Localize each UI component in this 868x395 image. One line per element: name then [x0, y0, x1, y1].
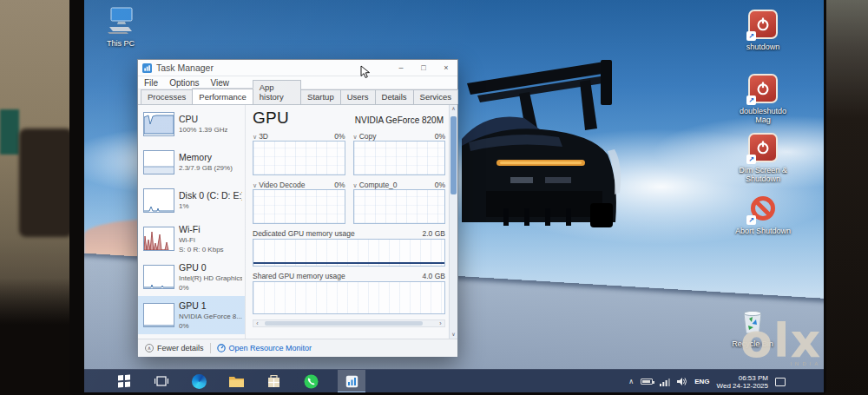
sidebar-item-title: GPU 0	[179, 262, 207, 273]
clock-time: 06:53 PM	[739, 374, 768, 382]
wallpaper-sports-car	[462, 49, 653, 229]
tab-details[interactable]: Details	[375, 89, 414, 104]
title-bar[interactable]: Task Manager – □ ×	[138, 60, 457, 76]
scroll-down-arrow[interactable]: ∨	[451, 331, 455, 339]
sidebar-item-sub: NVIDIA GeForce 8...	[179, 313, 242, 320]
tab-users[interactable]: Users	[340, 89, 376, 104]
sidebar-item-gpu0[interactable]: GPU 0 Intel(R) HD Graphics 0%	[138, 258, 245, 296]
sidebar-item-cpu[interactable]: CPU 100% 1.39 GHz	[138, 105, 245, 143]
desktop-icon-dim-screen-shutdown[interactable]: ↗ Dim Screen & Shutdown	[733, 132, 792, 183]
close-button[interactable]: ×	[435, 60, 457, 76]
expander-icon[interactable]: ∨	[353, 182, 358, 188]
scrollbar-thumb[interactable]	[265, 321, 423, 326]
store-button[interactable]	[263, 370, 284, 393]
menu-options[interactable]: Options	[169, 78, 199, 88]
chart-area-video-decode	[253, 189, 345, 224]
task-manager-window: Task Manager – □ × File Options View Pro…	[137, 59, 458, 356]
battery-icon[interactable]	[641, 379, 653, 385]
sidebar-item-memory[interactable]: Memory 2.3/7.9 GB (29%)	[138, 143, 245, 181]
sidebar-item-title: Wi-Fi	[179, 224, 201, 234]
scroll-up-arrow[interactable]: ∧	[451, 105, 455, 113]
tab-services[interactable]: Services	[413, 89, 458, 104]
sidebar-item-wifi[interactable]: Wi-Fi Wi-Fi S: 0 R: 0 Kbps	[138, 220, 245, 258]
chart-label: Video Decode	[259, 181, 305, 189]
sidebar-item-title: Disk 0 (C: D: E:)	[179, 190, 242, 201]
horizontal-scrollbar[interactable]: ‹ ›	[253, 319, 445, 327]
tab-processes[interactable]: Processes	[141, 89, 193, 104]
chart-label: 3D	[259, 132, 268, 141]
fewer-details-button[interactable]: ∧ Fewer details	[145, 344, 204, 352]
desktop-icon-abort-shutdown[interactable]: ↗ Abort Shutdown	[733, 193, 792, 235]
expander-icon[interactable]: ∨	[253, 134, 257, 140]
taskbar-clock[interactable]: 06:53 PM Wed 24-12-2025	[717, 374, 768, 390]
scroll-right-arrow[interactable]: ›	[437, 320, 444, 326]
icon-label: Recycle Bin	[732, 339, 773, 348]
file-explorer-button[interactable]	[226, 370, 247, 393]
disk-sparkline	[143, 188, 174, 213]
desktop-icon-shutdown[interactable]: ↗ shutdown	[733, 9, 792, 51]
shared-memory-chart	[253, 281, 445, 314]
memory-label: Dedicated GPU memory usage	[253, 229, 355, 239]
desktop-icon-recycle-bin[interactable]: Recycle Bin	[723, 306, 782, 348]
whatsapp-button[interactable]	[300, 370, 321, 393]
menu-file[interactable]: File	[144, 78, 158, 88]
volume-icon[interactable]	[677, 377, 687, 386]
chart-area-compute0	[353, 189, 446, 224]
menu-view[interactable]: View	[211, 78, 230, 88]
photo-of-laptop: This PC ↗ shutdown ↗ doubleshutdo Mag	[0, 0, 868, 395]
system-tray: ∧ ENG 06:53 PM Wed 24-12-2025	[628, 370, 786, 392]
tab-app-history[interactable]: App history	[253, 80, 301, 104]
minimize-button[interactable]: –	[390, 60, 412, 76]
network-icon[interactable]	[660, 378, 670, 386]
start-button[interactable]	[114, 370, 135, 393]
gpu0-sparkline	[143, 265, 174, 289]
shared-memory-section: Shared GPU memory usage 4.0 GB	[253, 272, 445, 314]
power-icon: ↗	[747, 73, 779, 104]
icon-label: shutdown	[746, 43, 780, 51]
task-view-icon	[155, 375, 168, 387]
desktop-icon-double-shutdown[interactable]: ↗ doubleshutdo Mag	[733, 73, 792, 124]
shortcut-arrow-icon: ↗	[746, 215, 756, 225]
scrollbar-thumb[interactable]	[450, 116, 457, 194]
tab-performance[interactable]: Performance	[192, 89, 253, 104]
expander-icon[interactable]: ∨	[253, 182, 257, 188]
edge-browser-button[interactable]	[188, 370, 209, 393]
tray-chevron-icon[interactable]: ∧	[628, 378, 634, 385]
gpu1-sparkline	[143, 303, 174, 327]
action-center-icon[interactable]	[775, 378, 786, 386]
icon-label: Abort Shutdown	[735, 227, 791, 235]
mouse-cursor	[360, 65, 371, 79]
vertical-scrollbar[interactable]: ∧ ∨	[449, 105, 457, 339]
tab-startup[interactable]: Startup	[300, 89, 341, 104]
sidebar-item-sub: 2.3/7.9 GB (29%)	[179, 164, 233, 172]
open-resource-monitor-link[interactable]: Open Resource Monitor	[217, 344, 312, 352]
task-view-button[interactable]	[151, 370, 172, 393]
dedicated-memory-chart	[253, 239, 445, 267]
sidebar-item-disk0[interactable]: Disk 0 (C: D: E:) 1%	[138, 181, 245, 220]
gpu-device-name: NVIDIA GeForce 820M	[355, 115, 444, 125]
background-object-dark	[19, 128, 73, 237]
chart-area-3d	[253, 141, 345, 175]
edge-icon	[192, 374, 207, 389]
icon-label: doubleshutdo Mag	[733, 107, 792, 124]
power-icon: ↗	[747, 9, 779, 40]
task-manager-app-icon	[142, 63, 152, 73]
sidebar-item-sub2: 0%	[179, 284, 189, 292]
memory-label: Shared GPU memory usage	[253, 272, 345, 281]
chart-label: Compute_0	[359, 181, 398, 189]
chart-label: Copy	[359, 132, 377, 141]
sidebar-item-sub2: 0%	[179, 322, 189, 330]
task-manager-taskbar-button[interactable]	[338, 370, 365, 393]
sidebar-item-title: CPU	[179, 114, 198, 124]
clock-date: Wed 24-12-2025	[717, 382, 768, 390]
sidebar-item-gpu1[interactable]: GPU 1 NVIDIA GeForce 8... 0%	[138, 296, 245, 334]
maximize-button[interactable]: □	[412, 60, 435, 76]
file-explorer-icon	[229, 375, 244, 387]
background-object-green	[0, 109, 19, 155]
desktop-icon-this-pc[interactable]: This PC	[91, 5, 150, 48]
sidebar-item-sub: Wi-Fi	[179, 236, 195, 244]
expander-icon[interactable]: ∨	[353, 134, 358, 140]
scroll-left-arrow[interactable]: ‹	[253, 320, 261, 326]
chart-value: 0%	[334, 132, 345, 141]
language-indicator[interactable]: ENG	[694, 378, 709, 385]
